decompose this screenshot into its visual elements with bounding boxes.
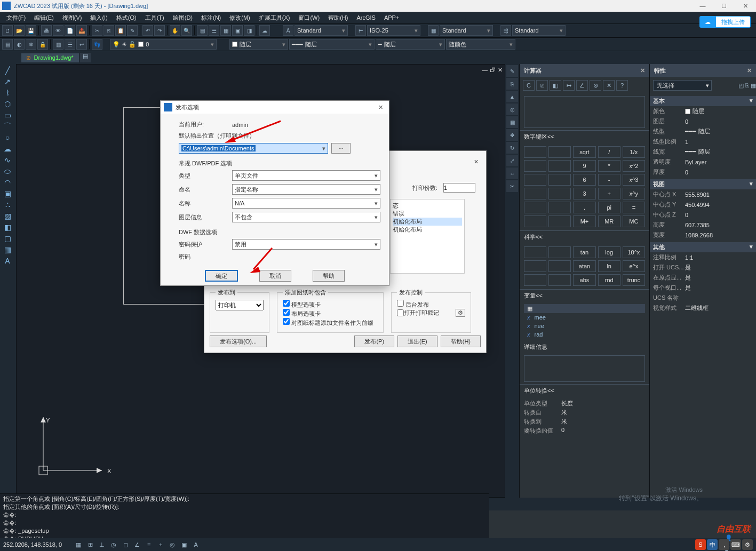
calc-key[interactable] [548, 188, 571, 199]
ray-icon[interactable]: ↗ [1, 76, 14, 87]
rotate-icon[interactable]: ↻ [506, 142, 518, 154]
scale-icon[interactable]: ⤢ [506, 155, 518, 166]
layer-state-icon[interactable]: ☰ [65, 39, 75, 50]
exit-button[interactable]: 退出(E) [397, 336, 437, 347]
props-selection-combo[interactable]: 无选择 [653, 80, 712, 91]
calc-key-trunc[interactable]: trunc [623, 274, 645, 286]
pubto-combo[interactable]: 打印机 [216, 300, 264, 310]
menu-format[interactable]: 格式(O) [112, 14, 141, 22]
ime-icon[interactable]: S [695, 539, 706, 550]
new-icon[interactable]: 🗋 [2, 25, 13, 36]
calc-key-mr[interactable]: MR [598, 215, 620, 227]
menu-insert[interactable]: 插入(I) [86, 14, 112, 22]
snap-icon[interactable]: ▦ [73, 539, 84, 550]
calc-ang-icon[interactable]: ∠ [576, 80, 588, 91]
calc-key-atan[interactable]: atan [573, 260, 595, 272]
chk-stamp[interactable] [397, 309, 404, 316]
calc-sci-header[interactable]: 科学<< [520, 230, 649, 243]
calc-key[interactable] [524, 146, 546, 158]
calc-key[interactable] [524, 188, 546, 199]
pwprotect-combo[interactable]: 禁用 [232, 239, 380, 250]
calc-key-abs[interactable]: abs [573, 274, 595, 286]
vp-close-icon[interactable]: ✕ [498, 67, 503, 74]
calc-x-icon[interactable]: ✕ [603, 80, 615, 91]
calc-key-10x[interactable]: 10^x [623, 246, 645, 258]
layer-off-icon[interactable]: ◐ [14, 39, 25, 50]
calc-pt-icon[interactable]: ◧ [550, 80, 561, 91]
offset-icon[interactable]: ◎ [506, 103, 518, 115]
cut-icon[interactable]: ✂ [92, 25, 102, 36]
minimize-button[interactable]: — [694, 3, 711, 10]
layerinfo-combo[interactable]: 不包含 [232, 212, 380, 222]
undo-icon[interactable]: ↶ [142, 25, 153, 36]
cloud2-icon[interactable]: ☁ [259, 25, 270, 36]
dimstyle-combo[interactable]: ISO-25 [367, 25, 420, 36]
plot-icon[interactable]: 📄 [65, 25, 75, 36]
match-icon[interactable]: ✎ [127, 25, 138, 36]
calc-key-mc[interactable]: MC [623, 215, 645, 227]
block-icon[interactable]: ▣ [1, 188, 14, 199]
osnap-icon[interactable]: ◻ [120, 539, 131, 550]
cloud-upload[interactable]: ☁ 拖拽上传 [699, 16, 751, 28]
chk-layout[interactable] [283, 309, 290, 316]
new-tab-button[interactable]: ▤ [80, 53, 91, 62]
dc-icon[interactable]: ▦ [220, 25, 231, 36]
calc-key-pi[interactable]: pi [598, 202, 620, 213]
text-icon[interactable]: A [1, 255, 14, 266]
chk-bg[interactable] [397, 300, 404, 307]
lp-icon[interactable]: ▥ [53, 39, 63, 50]
cycle-icon[interactable]: ◎ [166, 539, 178, 550]
menu-arcgis[interactable]: ArcGIS [352, 14, 379, 21]
layer-prev-icon[interactable]: ↩ [76, 39, 87, 50]
layer-combo[interactable]: 💡 ☀ 🔓 0 [110, 39, 217, 50]
gradient-icon[interactable]: ◧ [1, 222, 14, 233]
menu-window[interactable]: 窗口(W) [294, 14, 324, 22]
help-button[interactable]: 帮助(H) [441, 336, 481, 347]
calc-dist-icon[interactable]: ↦ [563, 80, 575, 91]
dyn-icon[interactable]: + [155, 539, 166, 550]
help2-button[interactable]: 帮助 [313, 270, 345, 282]
calc-key-dot[interactable]: . [573, 202, 595, 213]
calc-key-mul[interactable]: * [598, 160, 620, 172]
ime-punct-icon[interactable]: ， [719, 539, 729, 550]
layer-walk-icon[interactable]: 👣 [92, 39, 102, 50]
cancel-button[interactable]: 取消 [259, 270, 291, 282]
stretch-icon[interactable]: ↔ [506, 167, 518, 179]
layer-lock-icon[interactable]: 🔒 [37, 39, 48, 50]
ime-kb-icon[interactable]: ⌨ [730, 539, 741, 550]
copy-icon[interactable]: ⎘ [104, 25, 114, 36]
calc-key[interactable] [548, 146, 571, 158]
table-icon[interactable]: ▦ [1, 244, 14, 255]
menu-tools[interactable]: 工具(T) [141, 14, 169, 22]
name-combo[interactable]: N/A [232, 198, 380, 209]
calc-key[interactable] [524, 215, 546, 227]
copies-input[interactable] [443, 183, 475, 193]
menu-dim[interactable]: 标注(N) [197, 14, 225, 22]
calc-key-mp[interactable]: M+ [573, 215, 595, 227]
browse-button[interactable]: ... [331, 143, 351, 154]
type-combo[interactable]: 单页文件 [232, 170, 380, 181]
calc-var-row[interactable]: xnee [524, 322, 645, 330]
calc-key-eq[interactable]: = [623, 202, 645, 213]
calc-key-ln[interactable]: ln [598, 260, 620, 272]
calc-var-tree[interactable]: ▦ [524, 304, 645, 313]
textstyle-icon[interactable]: A [283, 25, 293, 36]
maximize-button[interactable]: ☐ [715, 3, 733, 10]
revcloud-icon[interactable]: ☁ [1, 143, 14, 154]
lwt-icon[interactable]: ≡ [143, 539, 155, 550]
circle-icon[interactable]: ○ [1, 132, 14, 143]
calc-key[interactable] [524, 174, 546, 186]
calc-var-header[interactable]: 变量<< [520, 289, 649, 302]
calc-var-row[interactable]: xrad [524, 330, 645, 339]
polygon-icon[interactable]: ⬡ [1, 99, 14, 109]
ortho-icon[interactable]: ⊥ [96, 539, 108, 550]
publish-icon[interactable]: 📤 [76, 25, 87, 36]
layer-mgr-icon[interactable]: ▤ [2, 39, 13, 50]
otrack-icon[interactable]: ∠ [131, 539, 143, 550]
calc-key-sqrt[interactable]: sqrt [573, 146, 595, 158]
pline-icon[interactable]: ⌇ [1, 87, 14, 98]
save-icon[interactable]: 💾 [26, 25, 36, 36]
calc-help-icon[interactable]: ? [616, 80, 628, 91]
menu-edit[interactable]: 编辑(E) [30, 14, 58, 22]
calc-key[interactable] [524, 202, 546, 213]
